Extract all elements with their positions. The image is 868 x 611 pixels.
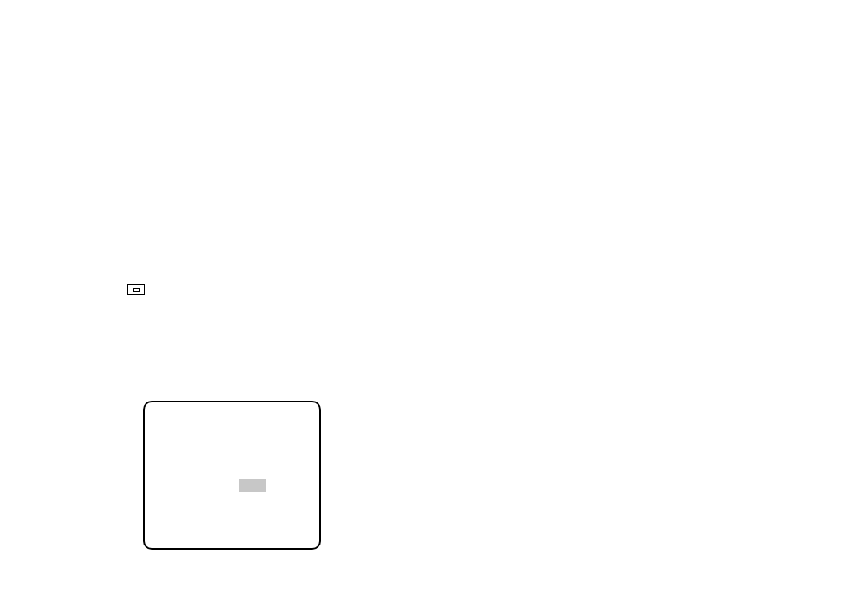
small-nested-box <box>127 284 145 295</box>
small-box-inner <box>133 288 140 292</box>
gray-rectangle <box>239 479 266 492</box>
large-rounded-box <box>143 401 321 550</box>
